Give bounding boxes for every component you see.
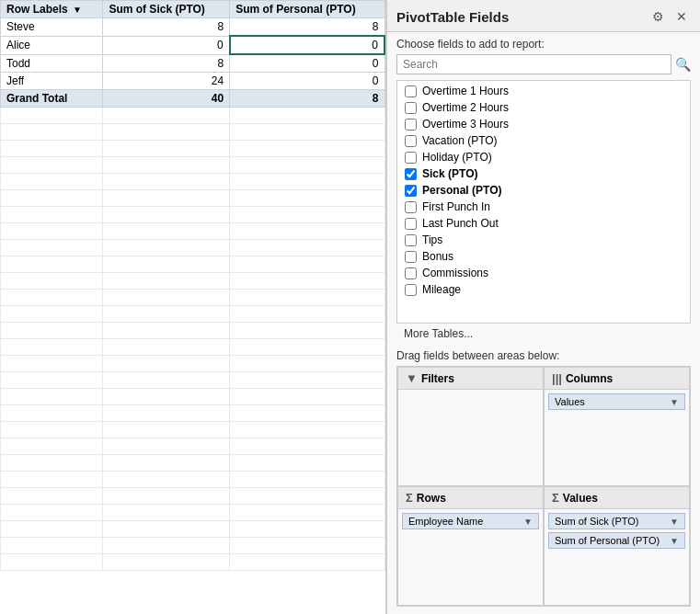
field-item-bonus[interactable]: Bonus xyxy=(397,248,690,265)
header-row-labels[interactable]: Row Labels ▼ xyxy=(1,1,103,18)
field-item-holiday[interactable]: Holiday (PTO) xyxy=(397,149,690,165)
field-checkbox-lastpunch[interactable] xyxy=(405,218,417,230)
fields-list-container[interactable]: Overtime 1 HoursOvertime 2 HoursOvertime… xyxy=(396,80,691,324)
chip-arrow-icon: ▼ xyxy=(670,536,679,546)
field-item-overtime1[interactable]: Overtime 1 Hours xyxy=(397,83,690,99)
chip-arrow-icon: ▼ xyxy=(523,517,533,527)
field-label-firstpunch: First Punch In xyxy=(422,200,490,213)
field-item-commissions[interactable]: Commissions xyxy=(397,265,690,281)
personal-value: 0 xyxy=(230,54,384,73)
search-icon: 🔍 xyxy=(675,57,691,72)
areas-grid: ▼ Filters ||| Columns Values ▼ Σ Rows xyxy=(396,366,691,607)
field-item-lastpunch[interactable]: Last Punch Out xyxy=(397,215,690,232)
rows-area[interactable]: Σ Rows Employee Name ▼ xyxy=(397,486,544,606)
empty-row xyxy=(1,538,385,554)
filters-area[interactable]: ▼ Filters xyxy=(397,367,544,486)
empty-row xyxy=(1,273,385,290)
field-label-lastpunch: Last Punch Out xyxy=(422,217,499,230)
more-tables-link[interactable]: More Tables... xyxy=(387,324,700,344)
empty-row xyxy=(1,405,385,422)
table-row[interactable]: Steve 8 8 xyxy=(1,18,385,37)
field-checkbox-holiday[interactable] xyxy=(405,152,417,164)
field-checkbox-personal[interactable] xyxy=(405,185,417,197)
values-content[interactable]: Sum of Sick (PTO)▼Sum of Personal (PTO)▼ xyxy=(545,509,689,605)
field-checkbox-firstpunch[interactable] xyxy=(405,201,417,213)
close-icon[interactable]: ✕ xyxy=(672,7,691,26)
spreadsheet-area: Row Labels ▼ Sum of Sick (PTO) Sum of Pe… xyxy=(0,0,386,614)
field-label-personal: Personal (PTO) xyxy=(422,184,501,197)
field-checkbox-commissions[interactable] xyxy=(405,267,417,279)
columns-chip[interactable]: Values ▼ xyxy=(548,393,685,410)
columns-area[interactable]: ||| Columns Values ▼ xyxy=(544,367,690,486)
empty-row xyxy=(1,455,385,472)
field-checkbox-tips[interactable] xyxy=(405,234,417,246)
empty-row xyxy=(1,141,385,157)
field-checkbox-sick[interactable] xyxy=(405,168,417,180)
empty-row xyxy=(1,339,385,356)
field-item-mileage[interactable]: Mileage xyxy=(397,281,690,298)
filters-content[interactable] xyxy=(398,390,543,485)
rows-label: Rows xyxy=(417,492,446,505)
values-area[interactable]: Σ Values Sum of Sick (PTO)▼Sum of Person… xyxy=(544,486,690,606)
panel-header-icons: ⚙ ✕ xyxy=(648,7,691,26)
sick-value: 8 xyxy=(103,18,230,37)
columns-icon: ||| xyxy=(552,371,562,385)
field-item-overtime3[interactable]: Overtime 3 Hours xyxy=(397,116,690,132)
empty-row xyxy=(1,422,385,438)
empty-row xyxy=(1,472,385,488)
empty-row xyxy=(1,290,385,306)
settings-icon[interactable]: ⚙ xyxy=(648,7,667,26)
field-checkbox-overtime3[interactable] xyxy=(405,119,417,131)
search-area: 🔍 xyxy=(387,54,700,80)
field-label-sick: Sick (PTO) xyxy=(422,167,477,180)
values-chip-1[interactable]: Sum of Personal (PTO)▼ xyxy=(548,532,685,549)
field-item-firstpunch[interactable]: First Punch In xyxy=(397,199,690,215)
field-label-overtime3: Overtime 3 Hours xyxy=(422,118,509,131)
empty-row xyxy=(1,438,385,455)
header-sum-personal[interactable]: Sum of Personal (PTO) xyxy=(230,1,384,18)
sick-value: 0 xyxy=(103,36,230,54)
filters-header: ▼ Filters xyxy=(398,368,543,390)
rows-chip[interactable]: Employee Name ▼ xyxy=(402,513,539,529)
field-checkbox-overtime1[interactable] xyxy=(405,85,417,97)
field-label-overtime2: Overtime 2 Hours xyxy=(422,101,509,114)
personal-value-selected[interactable]: 0 xyxy=(230,36,384,54)
rows-content[interactable]: Employee Name ▼ xyxy=(398,509,543,605)
field-label-commissions: Commissions xyxy=(422,267,488,279)
grand-total-personal: 8 xyxy=(230,90,384,108)
header-sum-sick[interactable]: Sum of Sick (PTO) xyxy=(103,1,230,18)
field-item-sick[interactable]: Sick (PTO) xyxy=(397,165,690,182)
empty-row xyxy=(1,356,385,372)
values-header: Σ Values xyxy=(545,487,689,509)
empty-row xyxy=(1,323,385,339)
sick-value: 8 xyxy=(103,54,230,73)
columns-content[interactable]: Values ▼ xyxy=(545,390,689,485)
empty-row xyxy=(1,190,385,207)
panel-title: PivotTable Fields xyxy=(396,9,509,25)
empty-row xyxy=(1,389,385,405)
values-label: Values xyxy=(563,492,598,505)
search-input[interactable] xyxy=(396,54,671,74)
rows-chip-label: Employee Name xyxy=(408,516,483,527)
field-checkbox-mileage[interactable] xyxy=(405,284,417,296)
field-checkbox-overtime2[interactable] xyxy=(405,102,417,114)
field-label-tips: Tips xyxy=(422,233,442,246)
field-checkbox-bonus[interactable] xyxy=(405,251,417,263)
values-chip-0[interactable]: Sum of Sick (PTO)▼ xyxy=(548,513,685,529)
table-row[interactable]: Todd 8 0 xyxy=(1,54,385,73)
chip-arrow-icon: ▼ xyxy=(670,517,679,527)
values-chip-label-0: Sum of Sick (PTO) xyxy=(555,516,638,527)
table-row[interactable]: Jeff 24 0 xyxy=(1,73,385,90)
field-checkbox-vacation[interactable] xyxy=(405,135,417,147)
panel-header: PivotTable Fields ⚙ ✕ xyxy=(387,0,700,32)
field-item-vacation[interactable]: Vacation (PTO) xyxy=(397,132,690,149)
field-label-bonus: Bonus xyxy=(422,250,453,263)
table-row[interactable]: Alice 0 0 xyxy=(1,36,385,54)
drag-label: Drag fields between areas below: xyxy=(387,344,700,366)
grand-total-row: Grand Total 40 8 xyxy=(1,90,385,108)
pivot-table: Row Labels ▼ Sum of Sick (PTO) Sum of Pe… xyxy=(0,0,385,571)
field-item-tips[interactable]: Tips xyxy=(397,232,690,248)
chip-arrow-icon: ▼ xyxy=(670,397,679,407)
field-item-personal[interactable]: Personal (PTO) xyxy=(397,182,690,199)
field-item-overtime2[interactable]: Overtime 2 Hours xyxy=(397,99,690,116)
